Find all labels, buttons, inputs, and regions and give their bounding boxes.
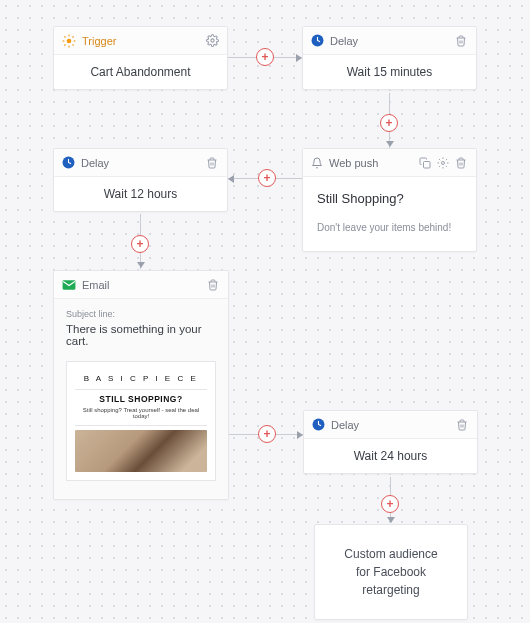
node-trigger[interactable]: Trigger Cart Abandonment: [53, 26, 228, 90]
email-preview: B A S I C P I E C E STILL SHOPPING? Stil…: [66, 361, 216, 481]
arrow-down-icon: [386, 141, 394, 147]
trash-icon[interactable]: [205, 156, 219, 170]
node-type-label: Delay: [330, 35, 450, 47]
add-step-button[interactable]: +: [380, 114, 398, 132]
node-delay-12h[interactable]: Delay Wait 12 hours: [53, 148, 228, 212]
final-line2: for Facebook retargeting: [327, 563, 455, 599]
svg-point-13: [442, 161, 445, 164]
node-title: Wait 15 minutes: [303, 55, 476, 89]
node-type-label: Web push: [329, 157, 414, 169]
email-subject-label: Subject line:: [66, 309, 216, 319]
email-preview-heading: STILL SHOPPING?: [75, 394, 207, 404]
arrow-right-icon: [297, 431, 303, 439]
add-step-button[interactable]: +: [256, 48, 274, 66]
node-header: Delay: [303, 27, 476, 55]
bell-icon: [311, 157, 323, 169]
svg-line-5: [64, 36, 65, 37]
email-subject: There is something in your cart.: [66, 323, 216, 347]
webpush-body: Don't leave your items behind!: [317, 222, 462, 233]
node-custom-audience[interactable]: Custom audience for Facebook retargeting: [314, 524, 468, 620]
clock-icon: [312, 418, 325, 431]
email-preview-tagline: Still shopping? Treat yourself - seal th…: [75, 407, 207, 419]
add-step-button[interactable]: +: [258, 425, 276, 443]
trash-icon[interactable]: [455, 418, 469, 432]
arrow-down-icon: [137, 262, 145, 268]
trash-icon[interactable]: [206, 278, 220, 292]
node-delay-15min[interactable]: Delay Wait 15 minutes: [302, 26, 477, 90]
add-step-button[interactable]: +: [131, 235, 149, 253]
node-header: Trigger: [54, 27, 227, 55]
svg-point-0: [67, 38, 72, 43]
clock-icon: [311, 34, 324, 47]
svg-line-8: [73, 36, 74, 37]
node-header: Email: [54, 271, 228, 299]
node-type-label: Delay: [331, 419, 451, 431]
node-title: Wait 24 hours: [304, 439, 477, 473]
email-preview-brand: B A S I C P I E C E: [75, 374, 207, 383]
trash-icon[interactable]: [454, 156, 468, 170]
webpush-title: Still Shopping?: [317, 191, 462, 206]
final-line1: Custom audience: [327, 545, 455, 563]
copy-icon[interactable]: [418, 156, 432, 170]
node-content: Still Shopping? Don't leave your items b…: [303, 177, 476, 251]
gear-icon[interactable]: [205, 34, 219, 48]
add-step-button[interactable]: +: [381, 495, 399, 513]
trash-icon[interactable]: [454, 34, 468, 48]
arrow-down-icon: [387, 517, 395, 523]
node-content: Subject line: There is something in your…: [54, 299, 228, 499]
arrow-right-icon: [296, 54, 302, 62]
svg-point-9: [210, 39, 213, 42]
add-step-button[interactable]: +: [258, 169, 276, 187]
node-header: Delay: [54, 149, 227, 177]
node-delay-24h[interactable]: Delay Wait 24 hours: [303, 410, 478, 474]
mail-icon: [62, 279, 76, 291]
clock-icon: [62, 156, 75, 169]
sun-icon: [62, 34, 76, 48]
node-email[interactable]: Email Subject line: There is something i…: [53, 270, 229, 500]
node-webpush[interactable]: Web push Still Shopping? Don't leave you…: [302, 148, 477, 252]
node-title: Cart Abandonment: [54, 55, 227, 89]
node-type-label: Trigger: [82, 35, 201, 47]
node-content: Custom audience for Facebook retargeting: [315, 525, 467, 619]
gear-icon[interactable]: [436, 156, 450, 170]
svg-rect-12: [424, 161, 431, 168]
email-preview-image: [75, 430, 207, 472]
arrow-left-icon: [228, 175, 234, 183]
node-type-label: Email: [82, 279, 202, 291]
node-type-label: Delay: [81, 157, 201, 169]
node-header: Delay: [304, 411, 477, 439]
node-title: Wait 12 hours: [54, 177, 227, 211]
node-header: Web push: [303, 149, 476, 177]
svg-line-6: [73, 44, 74, 45]
svg-line-7: [64, 44, 65, 45]
